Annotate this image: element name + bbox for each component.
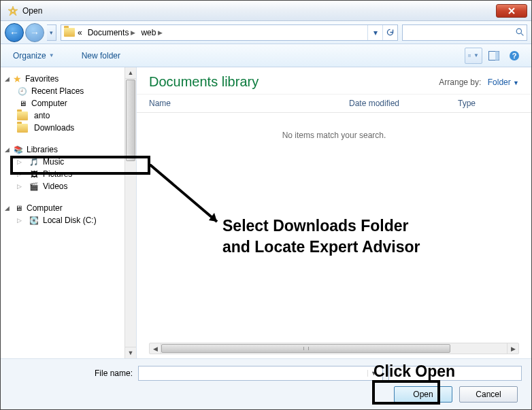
sidebar-item-pictures[interactable]: ▷🖼Pictures: [5, 168, 136, 180]
favorites-group[interactable]: ◢ ★Favorites: [5, 73, 136, 85]
help-icon: ?: [509, 50, 520, 61]
forward-button[interactable]: →: [25, 23, 44, 42]
arrange-by-label: Arrange by: Folder ▼: [439, 78, 519, 87]
svg-point-3: [516, 29, 521, 33]
column-date[interactable]: Date modified: [349, 99, 458, 108]
scroll-thumb[interactable]: [126, 80, 135, 161]
expand-icon: ▷: [17, 183, 25, 190]
expand-icon: ▷: [17, 217, 25, 224]
scroll-right-button[interactable]: ▶: [507, 343, 518, 354]
recent-icon: 🕘: [17, 86, 28, 96]
filename-dropdown[interactable]: ▼: [367, 370, 380, 377]
empty-message: No items match your search.: [137, 113, 531, 158]
music-icon: 🎵: [29, 157, 39, 167]
command-bar: Organize▼ New folder ▼ ?: [1, 44, 531, 67]
view-options-button[interactable]: ▼: [465, 48, 482, 64]
chevron-down-icon: ▼: [473, 52, 479, 58]
filename-input[interactable]: ▼: [138, 366, 383, 381]
nav-bar: ← → ▾ « Documents▶ web▶ ▾: [1, 21, 531, 44]
chevron-right-icon: ▶: [131, 29, 135, 36]
breadcrumb-root[interactable]: «: [61, 25, 85, 40]
arrow-right-icon: →: [30, 27, 39, 38]
filetype-dropdown[interactable]: [388, 366, 522, 381]
scroll-up-button[interactable]: ▲: [125, 67, 136, 79]
star-icon: ★: [13, 74, 22, 84]
new-folder-button[interactable]: New folder: [76, 48, 126, 63]
search-box[interactable]: [402, 24, 527, 41]
svg-line-4: [521, 33, 523, 35]
arrange-by-dropdown[interactable]: Folder ▼: [488, 78, 519, 87]
arrow-left-icon: ←: [10, 27, 19, 38]
window-title: Open: [22, 6, 496, 16]
scroll-thumb[interactable]: [161, 344, 450, 353]
sidebar-item-localdisk[interactable]: ▷💽Local Disk (C:): [5, 214, 136, 226]
horizontal-scrollbar[interactable]: ◀ ▶: [149, 343, 519, 354]
scroll-left-button[interactable]: ◀: [150, 343, 161, 354]
breadcrumb-prefix: «: [78, 28, 82, 37]
close-button[interactable]: [496, 4, 527, 18]
column-name[interactable]: Name: [149, 99, 349, 108]
help-button[interactable]: ?: [505, 48, 523, 64]
address-bar[interactable]: « Documents▶ web▶ ▾: [61, 24, 398, 41]
breadcrumb-documents[interactable]: Documents▶: [85, 25, 139, 40]
titlebar: ! Open: [1, 1, 531, 21]
videos-icon: 🎬: [29, 182, 39, 191]
content-area: ◢ ★Favorites 🕘Recent Places 🖥Computer an…: [1, 67, 531, 358]
collapse-icon: ◢: [5, 75, 13, 82]
svg-rect-9: [495, 51, 499, 60]
open-button[interactable]: Open: [394, 386, 452, 403]
pictures-icon: 🖼: [29, 169, 39, 179]
search-icon: [516, 28, 525, 37]
preview-pane-icon: [488, 51, 499, 61]
collapse-icon: ◢: [5, 205, 13, 211]
open-dialog: ! Open ← → ▾ « Documents▶ web▶ ▾: [0, 0, 532, 410]
column-type[interactable]: Type: [458, 99, 519, 108]
file-view: Documents library Arrange by: Folder ▼ N…: [137, 67, 531, 358]
libraries-group[interactable]: ◢ 📚Libraries: [5, 143, 136, 156]
sidebar-item-videos[interactable]: ▷🎬Videos: [5, 180, 136, 192]
sidebar-item-recent[interactable]: 🕘Recent Places: [5, 85, 136, 97]
library-title: Documents library: [149, 74, 439, 90]
bottom-bar: File name: ▼ Open Cancel: [1, 358, 531, 409]
sidebar-item-computer[interactable]: 🖥Computer: [5, 97, 136, 109]
folder-icon: [17, 112, 28, 120]
chevron-down-icon: ▼: [513, 80, 519, 86]
breadcrumb-web[interactable]: web▶: [138, 25, 165, 40]
expand-icon: ▷: [17, 171, 25, 177]
history-dropdown[interactable]: ▾: [47, 24, 56, 41]
folder-icon: [64, 28, 75, 37]
search-button[interactable]: [513, 28, 527, 37]
computer-icon: 🖥: [13, 203, 24, 213]
libraries-icon: 📚: [13, 145, 24, 154]
disk-icon: 💽: [29, 216, 39, 225]
computer-group[interactable]: ◢ 🖥Computer: [5, 202, 136, 214]
sidebar-item-music[interactable]: ▷🎵Music: [5, 156, 136, 168]
library-header: Documents library Arrange by: Folder ▼: [137, 67, 531, 94]
list-view-icon: [468, 52, 471, 60]
computer-icon: 🖥: [17, 99, 28, 108]
filename-label: File name:: [10, 369, 133, 378]
column-headers: Name Date modified Type: [137, 94, 531, 113]
chevron-down-icon: ▼: [49, 52, 54, 58]
svg-text:!: !: [12, 10, 13, 13]
cancel-button[interactable]: Cancel: [459, 386, 518, 403]
search-input[interactable]: [403, 28, 513, 37]
preview-pane-button[interactable]: [485, 48, 503, 64]
folder-icon: [17, 124, 28, 133]
navigation-pane: ◢ ★Favorites 🕘Recent Places 🖥Computer an…: [1, 67, 137, 358]
chevron-right-icon: ▶: [158, 29, 163, 36]
scroll-down-button[interactable]: ▼: [125, 347, 136, 358]
go-button[interactable]: ▾: [367, 25, 382, 40]
refresh-button[interactable]: [382, 25, 397, 40]
sidebar-item-anto[interactable]: anto: [5, 109, 136, 122]
organize-button[interactable]: Organize▼: [7, 48, 60, 63]
sidebar-item-downloads[interactable]: Downloads: [5, 122, 136, 134]
expand-icon: ▷: [17, 158, 25, 165]
svg-text:?: ?: [512, 52, 517, 60]
collapse-icon: ◢: [5, 146, 13, 153]
back-button[interactable]: ←: [5, 23, 24, 42]
app-icon: !: [7, 5, 18, 16]
refresh-icon: [386, 28, 395, 37]
sidebar-scrollbar[interactable]: ▲ ▼: [124, 67, 136, 358]
